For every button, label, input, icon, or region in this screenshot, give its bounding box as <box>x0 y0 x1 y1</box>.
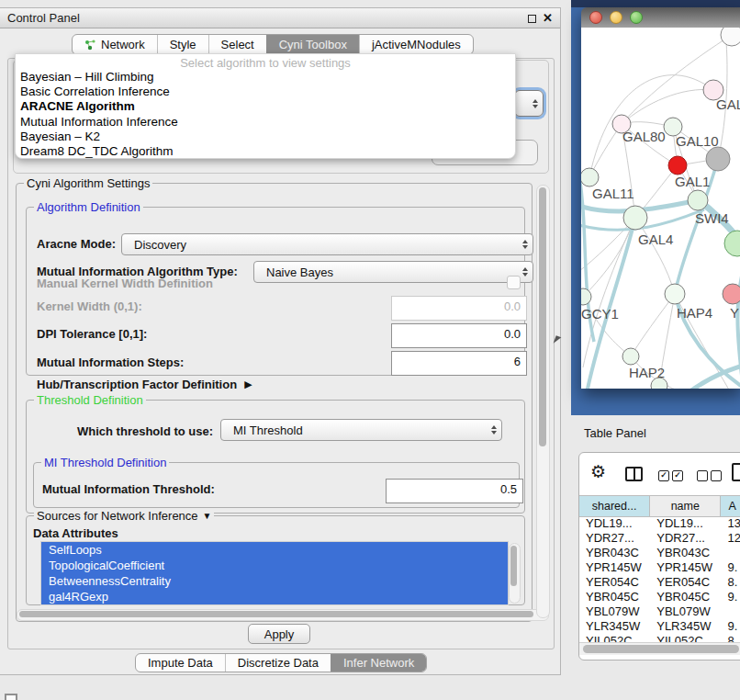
columns-icon[interactable] <box>625 467 643 481</box>
network-edge[interactable] <box>622 89 713 124</box>
list-scrollbar[interactable] <box>509 543 521 604</box>
tab-infer-network[interactable]: Infer Network <box>331 654 426 672</box>
dpi-tolerance-label: DPI Tolerance [0,1]: <box>37 327 147 341</box>
table-row[interactable]: YLR345WYLR345W9. <box>579 618 740 633</box>
list-item[interactable]: TopologicalCoefficient <box>41 558 508 573</box>
table-cell: 13 <box>721 516 740 530</box>
tab-jactivemnodules[interactable]: jActiveMNodules <box>359 35 473 54</box>
tab-style[interactable]: Style <box>157 35 208 54</box>
table-row[interactable]: YER054CYER054C8. <box>579 574 740 589</box>
network-node-label: GAL4 <box>638 231 673 247</box>
combo-stepper-icon <box>522 267 528 277</box>
table-cell: YDL19... <box>579 516 650 530</box>
table-cell: YBL079W <box>579 604 650 618</box>
network-node[interactable] <box>706 147 730 171</box>
column-header-shared-name[interactable]: shared... <box>579 496 650 516</box>
tab-select[interactable]: Select <box>208 35 266 54</box>
settings-hscrollbar-thumb[interactable] <box>19 611 533 617</box>
table-row[interactable]: YBR045CYBR045C9. <box>579 589 740 604</box>
network-node[interactable] <box>688 190 708 210</box>
list-item[interactable]: SelfLoops <box>41 542 508 558</box>
algorithm-option[interactable]: Bayesian – K2 <box>16 130 515 144</box>
algorithm-option[interactable]: Dream8 DC_TDC Algorithm <box>16 144 515 159</box>
network-window-titlebar[interactable] <box>581 7 740 28</box>
which-threshold-combo[interactable]: MI Threshold <box>220 419 502 441</box>
checkbox-checked-icon[interactable]: ✓ <box>672 470 683 481</box>
document-icon[interactable] <box>732 463 740 481</box>
dpi-tolerance-field[interactable]: 0.0 <box>391 323 527 348</box>
algorithm-combo-button[interactable] <box>514 90 544 117</box>
data-attributes-list[interactable]: SelfLoops TopologicalCoefficient Between… <box>40 541 509 605</box>
network-edge[interactable] <box>622 35 732 124</box>
hub-definition-section[interactable]: Hub/Transcription Factor Definition ▶ <box>37 378 252 391</box>
network-node[interactable] <box>581 168 599 186</box>
network-node-label: SWI4 <box>695 210 729 226</box>
mi-steps-field[interactable]: 6 <box>391 351 527 376</box>
table-row[interactable]: YDR27...YDR27...12 <box>579 530 740 545</box>
network-node[interactable] <box>723 284 740 304</box>
table-row[interactable]: YBR043CYBR043C <box>579 545 740 559</box>
settings-hscrollbar[interactable] <box>17 609 549 621</box>
close-icon[interactable]: ✕ <box>543 11 553 25</box>
tab-cyni-toolbox[interactable]: Cyni Toolbox <box>266 35 359 54</box>
expand-arrow-icon[interactable]: ▶ <box>244 378 252 390</box>
settings-vscrollbar-thumb[interactable] <box>539 187 546 446</box>
minimize-traffic-light-icon[interactable] <box>610 11 622 24</box>
zoom-traffic-light-icon[interactable] <box>630 11 643 24</box>
network-node-label: HAP2 <box>629 365 665 380</box>
float-window-icon[interactable] <box>528 15 536 23</box>
checkbox-unchecked-icon[interactable] <box>711 470 722 481</box>
table-row[interactable]: YBL079WYBL079W <box>579 604 740 618</box>
table-hscrollbar[interactable] <box>579 642 740 655</box>
mi-threshold-field[interactable]: 0.5 <box>386 479 523 503</box>
tab-discretize-data[interactable]: Discretize Data <box>225 654 331 672</box>
settings-vscrollbar[interactable] <box>536 185 550 618</box>
table-cell: YBR043C <box>579 546 650 559</box>
control-panel-titlebar[interactable]: Control Panel <box>0 8 560 28</box>
column-header-third[interactable]: A <box>721 496 740 516</box>
table-hscrollbar-thumb[interactable] <box>583 645 739 653</box>
network-node[interactable] <box>665 284 685 304</box>
network-node[interactable] <box>721 28 740 46</box>
gear-icon[interactable]: ⚙ <box>590 461 606 482</box>
column-header-name[interactable]: name <box>650 496 721 516</box>
network-edge[interactable] <box>631 294 675 356</box>
checkbox-unchecked-icon[interactable] <box>697 470 708 481</box>
algorithm-option[interactable]: Mutual Information Inference <box>16 115 515 130</box>
network-node[interactable] <box>622 348 639 365</box>
network-node[interactable] <box>623 206 647 230</box>
algorithm-option[interactable]: Bayesian – Hill Climbing <box>16 70 515 85</box>
table-cell: 8. <box>721 575 740 589</box>
tab-impute-data[interactable]: Impute Data <box>136 654 225 672</box>
table-cell: YLR345W <box>579 619 650 633</box>
mi-type-combo[interactable]: Naive Bayes <box>253 261 533 283</box>
table-row[interactable]: YPR145WYPR145W9. <box>579 559 740 574</box>
network-node[interactable] <box>724 231 740 256</box>
manual-kernel-checkbox[interactable] <box>507 276 521 289</box>
dock-panel-icon[interactable] <box>5 694 17 700</box>
aracne-mode-combo[interactable]: Discovery <box>121 233 533 255</box>
apply-button[interactable]: Apply <box>248 624 310 644</box>
list-item[interactable]: BetweennessCentrality <box>41 573 508 589</box>
table-row[interactable]: YDL19...YDL19...13 <box>579 515 740 530</box>
network-node[interactable] <box>581 288 591 305</box>
network-edge[interactable] <box>688 364 740 389</box>
aracne-mode-value: Discovery <box>134 238 186 252</box>
mi-type-value: Naive Bayes <box>266 265 333 279</box>
tab-network[interactable]: Network <box>73 35 157 54</box>
checkbox-checked-icon[interactable]: ✓ <box>658 470 669 481</box>
list-scrollbar-thumb[interactable] <box>510 546 517 586</box>
close-traffic-light-icon[interactable] <box>589 11 602 24</box>
kernel-width-field[interactable]: 0.0 <box>391 296 527 321</box>
network-node-label: GAL10 <box>676 133 719 149</box>
table-cell: YPR145W <box>579 560 650 574</box>
list-item[interactable]: gal4RGexp <box>41 589 508 604</box>
collapse-arrow-icon[interactable]: ▼ <box>203 511 212 521</box>
algorithm-option[interactable]: Basic Correlation Inference <box>16 85 515 99</box>
sources-title-text: Sources for Network Inference <box>37 509 198 523</box>
table-cell: 9. <box>721 590 740 604</box>
algorithm-option-selected[interactable]: ARACNE Algorithm <box>16 99 515 114</box>
network-canvas-svg[interactable]: GALGAL80GAL10GAL1GAL11SWI4GAL4GCY1HAP4YH… <box>581 28 740 389</box>
network-canvas[interactable]: GALGAL80GAL10GAL1GAL11SWI4GAL4GCY1HAP4YH… <box>581 28 740 389</box>
network-node[interactable] <box>668 156 687 175</box>
